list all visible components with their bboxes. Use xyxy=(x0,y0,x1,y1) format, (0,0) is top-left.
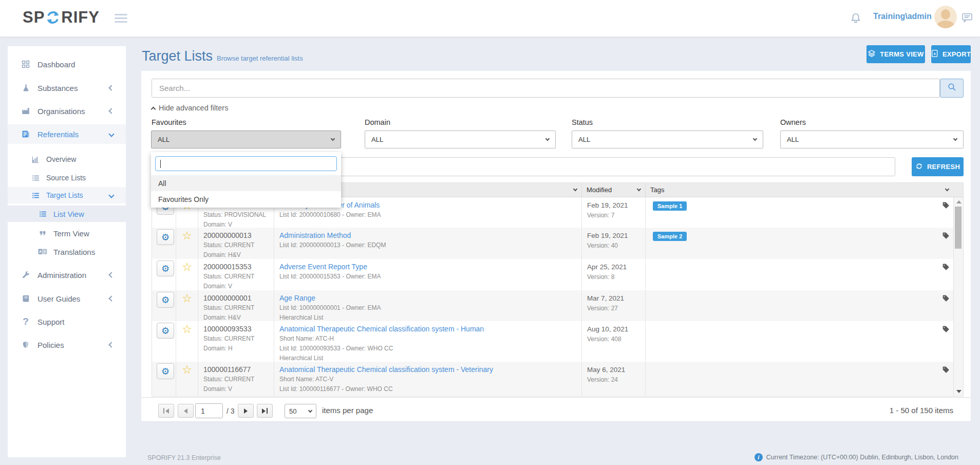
favourite-star-icon[interactable]: ☆ xyxy=(182,323,192,336)
list-name-link[interactable]: Administration Method xyxy=(279,231,351,239)
shield-icon xyxy=(21,340,31,349)
chevron-down-icon xyxy=(308,408,312,412)
list-id: 200000000013 xyxy=(203,231,270,240)
sort-chevron-icon[interactable] xyxy=(945,187,949,191)
page-size-select[interactable]: 50 xyxy=(285,404,316,418)
referentials-list-icon xyxy=(21,129,31,139)
sort-chevron-icon[interactable] xyxy=(637,187,641,191)
sidebar-item-referentials[interactable]: Referentials xyxy=(8,124,126,144)
sidebar-item-overview[interactable]: Overview xyxy=(8,152,126,167)
app-logo[interactable]: SP RIFY xyxy=(23,8,100,27)
dropdown-option-all[interactable]: All xyxy=(151,175,341,191)
sidebar-item-target-lists[interactable]: Target Lists xyxy=(8,187,126,203)
book-icon xyxy=(21,294,31,303)
tag-icon[interactable] xyxy=(942,201,950,211)
row-settings-gear-button[interactable]: ⚙ xyxy=(157,363,174,379)
modified-date: Mar 7, 2021 xyxy=(587,293,641,304)
list-name-link[interactable]: Adverse Event Report Type xyxy=(279,263,367,271)
export-file-icon: x xyxy=(931,49,938,59)
scrollbar-thumb[interactable] xyxy=(955,207,962,249)
list-version: Version: 24 xyxy=(587,375,641,385)
row-settings-gear-button[interactable]: ⚙ xyxy=(157,323,174,339)
avatar[interactable] xyxy=(934,6,957,28)
domain-select[interactable]: ALL xyxy=(365,131,556,148)
list-icon xyxy=(30,191,41,200)
header-tags[interactable]: Tags xyxy=(646,183,963,197)
sidebar-item-dashboard[interactable]: Dashboard xyxy=(8,57,126,72)
status-select[interactable]: ALL xyxy=(572,131,763,148)
search-input[interactable] xyxy=(152,79,940,98)
terms-view-button[interactable]: TERMS VIEW xyxy=(866,45,925,63)
page-size-value: 50 xyxy=(289,407,296,415)
tag-icon[interactable] xyxy=(942,366,950,376)
user-menu[interactable]: Training\admin xyxy=(873,12,932,21)
owners-select[interactable]: ALL xyxy=(780,131,964,148)
sidebar-item-administration[interactable]: Administration xyxy=(8,267,126,283)
dropdown-search-input[interactable] xyxy=(155,156,337,171)
tag-icon[interactable] xyxy=(942,263,950,273)
row-settings-gear-button[interactable]: ⚙ xyxy=(157,261,174,276)
sidebar-item-term-view[interactable]: Term View xyxy=(8,226,126,241)
page-number-input[interactable] xyxy=(195,403,223,418)
target-lists-table: Name Modified Tags ⚙ ★ 200000010680Statu… xyxy=(152,182,964,397)
timezone-status: i Current Timezone: (UTC+00:00) Dublin, … xyxy=(755,453,958,461)
previous-page-button[interactable] xyxy=(178,404,194,418)
sidebar-item-list-view[interactable]: List View xyxy=(8,206,126,222)
sort-chevron-icon[interactable] xyxy=(573,187,577,191)
table-row: ⚙ ☆ 100000000001Status: CURRENTDomain: H… xyxy=(152,290,963,321)
table-body: ⚙ ★ 200000010680Status: PROVISIONALDomai… xyxy=(152,197,963,396)
favourite-star-icon[interactable]: ☆ xyxy=(182,261,192,273)
tag-icon[interactable] xyxy=(942,294,950,304)
sidebar-item-label: Dashboard xyxy=(37,60,75,69)
text-cursor xyxy=(160,160,161,168)
chevron-down-icon xyxy=(108,192,114,198)
export-button[interactable]: x EXPORT xyxy=(931,45,971,63)
list-name-link[interactable]: Anatomical Therapeutic Chemical classifi… xyxy=(279,365,493,374)
sidebar-item-translations[interactable]: A Translations xyxy=(8,244,126,259)
chevron-left-icon xyxy=(108,108,114,114)
sidebar-item-label: Referentials xyxy=(37,130,79,139)
list-name-link[interactable]: Anatomical Therapeutic Chemical classifi… xyxy=(279,325,484,333)
sidebar-item-substances[interactable]: Substances xyxy=(8,80,126,96)
scroll-down-arrow-icon[interactable] xyxy=(956,390,962,393)
last-page-button[interactable] xyxy=(257,404,273,418)
list-name-link[interactable]: Age Range xyxy=(279,294,315,302)
chat-icon[interactable] xyxy=(962,13,973,25)
top-header: SP RIFY Training\admin xyxy=(0,0,980,37)
favourites-filter-label: Favourites xyxy=(152,118,186,126)
modified-date: Feb 19, 2021 xyxy=(587,200,641,211)
row-settings-gear-button[interactable]: ⚙ xyxy=(157,229,174,245)
favourite-star-icon[interactable]: ☆ xyxy=(182,229,192,242)
chevron-down-icon xyxy=(753,137,757,141)
favourites-select[interactable]: ALL xyxy=(151,131,341,148)
sidebar-toggle-icon[interactable] xyxy=(115,14,127,25)
chevron-down-icon xyxy=(953,137,957,141)
sidebar-item-organisations[interactable]: Organisations xyxy=(8,103,126,119)
next-page-button[interactable] xyxy=(238,404,254,418)
notifications-bell-icon[interactable] xyxy=(850,12,861,26)
header-modified[interactable]: Modified xyxy=(582,183,646,197)
factory-icon xyxy=(21,106,31,116)
list-detail: List Id: 200000000013 - Owner: EDQM xyxy=(279,240,577,250)
hide-advanced-filters-link[interactable]: Hide advanced filters xyxy=(152,104,228,112)
scroll-up-arrow-icon[interactable] xyxy=(956,200,962,203)
tag-icon[interactable] xyxy=(942,325,950,335)
dropdown-option-favourites-only[interactable]: Favourites Only xyxy=(151,191,341,207)
table-row: ⚙ ☆ 100000116677Status: CURRENTDomain: V… xyxy=(152,362,963,396)
export-label: EXPORT xyxy=(943,50,971,58)
search-button[interactable] xyxy=(940,79,964,98)
tag-badge: Sample 2 xyxy=(653,232,687,241)
first-page-button[interactable] xyxy=(158,404,174,418)
refresh-button[interactable]: REFRESH xyxy=(912,157,964,176)
tag-icon[interactable] xyxy=(942,232,950,241)
sidebar-item-policies[interactable]: Policies xyxy=(8,337,126,352)
favourite-star-icon[interactable]: ☆ xyxy=(182,363,192,376)
table-scrollbar[interactable] xyxy=(953,197,963,396)
favourite-star-icon[interactable]: ☆ xyxy=(182,292,192,305)
timezone-label: Current Timezone: (UTC+00:00) Dublin, Ed… xyxy=(766,454,958,461)
sidebar-item-user-guides[interactable]: User Guides xyxy=(8,291,126,306)
owners-select-value: ALL xyxy=(787,136,799,143)
sidebar-item-support[interactable]: ? Support xyxy=(8,314,126,329)
sidebar-item-source-lists[interactable]: Source Lists xyxy=(8,170,126,185)
row-settings-gear-button[interactable]: ⚙ xyxy=(157,292,174,308)
